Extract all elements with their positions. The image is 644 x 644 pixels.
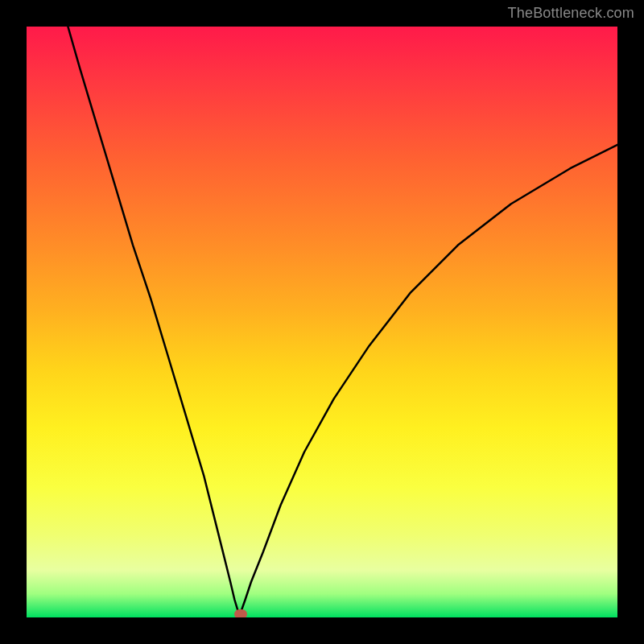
chart-plot-area (27, 27, 617, 617)
watermark-text: TheBottleneck.com (508, 5, 634, 22)
optimal-point-marker (234, 609, 247, 617)
bottleneck-curve (27, 27, 617, 617)
